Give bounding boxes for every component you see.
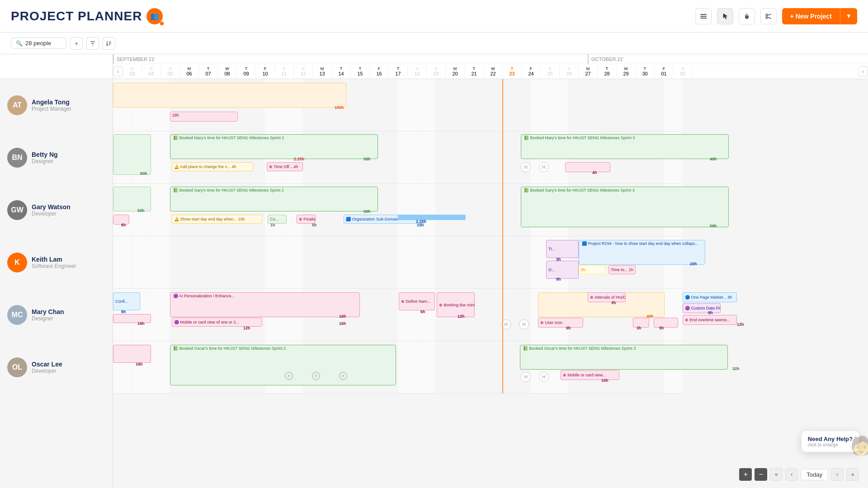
month-label-sep: SEPTEMBER 21' [113,54,155,64]
hours-badge: 9h [708,310,713,315]
help-widget[interactable]: Need Any Help? click to enlarge 🧑 [802,431,859,452]
hours-badge: 2.25h [416,219,426,224]
bar-oscar-sprint3[interactable]: 📗 Booked Oscar's time for HKUST SENG Mil… [520,345,728,370]
date-cell-19: S19 [427,66,446,77]
person-role: Project Manager [32,106,71,112]
today-button[interactable]: Today [801,469,828,480]
task-bar[interactable]: ⊕ User Icon [538,318,583,328]
person-row-angela-tong[interactable]: ATAngela TongProject Manager [0,79,113,131]
task-bar[interactable] [565,162,610,172]
cursor-tool-button[interactable] [717,8,733,24]
svg-rect-2 [700,18,707,19]
hand-tool-button[interactable] [739,8,755,24]
person-row-gary-watson[interactable]: GWGary WatsonDeveloper [0,184,113,236]
task-bar[interactable]: ⊕ Mobile or card view... [561,370,619,380]
task-bar[interactable]: ⊕ Define Nam... [399,292,435,310]
task-bar[interactable]: 5h [579,265,606,274]
filter-button[interactable] [86,37,99,50]
bar-angela-bg[interactable] [113,83,346,108]
task-bar[interactable]: 🔵 One Page Market... 3h [683,292,737,302]
date-prev-button[interactable]: ‹ [113,66,123,76]
back-button[interactable]: ‹ [785,468,798,481]
task-bar[interactable]: Time to... 1h [609,265,636,274]
hold-circle: H [539,162,549,172]
task-bar[interactable]: Ti... [546,240,579,258]
date-cell-17: T17 [389,66,408,77]
person-name: Keith Lam [32,256,76,263]
hours-badge: 58h [363,157,371,161]
task-bar[interactable]: Co... [268,215,287,224]
hours-badge: 58h [710,224,717,228]
date-cell-10: F10 [256,66,275,77]
hours-badge: 6h [121,223,126,227]
scissors-tool-button[interactable] [760,8,777,24]
person-row-mary-chan[interactable]: MCMary ChanDesigner [0,289,113,341]
svg-line-6 [768,17,771,19]
date-cell-27: M27 [579,66,598,77]
person-row-betty-ng[interactable]: BNBetty NgDesigner [0,131,113,184]
person-name: Angela Tong [32,99,71,106]
skip-back-button[interactable]: « [770,468,783,481]
logo-text: PROJECT PLANNER [11,9,142,23]
task-bar[interactable]: ⊕ Time Off... 4h [267,162,303,171]
date-cell-08: W08 [218,66,237,77]
task-bar[interactable]: 🟣 Mobile or card view of one or 2... [172,318,262,327]
new-project-dropdown-button[interactable]: ▼ [840,8,857,24]
forward-button[interactable]: › [831,468,844,481]
task-bar[interactable]: 🔔 Show start day end day when... 10h [172,215,262,224]
task-bar[interactable]: 🔔 Add place to change the n... 4h [172,162,253,171]
date-cell-29: W29 [617,66,636,77]
hours-badge: 48h [710,157,717,161]
hold-circle-mary2: H [519,319,529,329]
task-bar[interactable] [654,318,678,328]
bar-gary-left[interactable] [113,187,151,211]
person-row-keith-lam[interactable]: KKeith LamSoftware Engineer [0,236,113,289]
gantt-row-angela: 180h28h [113,79,683,131]
search-input[interactable] [25,40,61,47]
date-cell-07: T07 [199,66,218,77]
hours-badge: 5h [556,277,561,282]
date-next-button[interactable]: › [858,66,868,76]
bar-angela-pink[interactable]: 28h [170,112,238,122]
task-bar[interactable] [113,314,151,323]
bar-gary-sprint2[interactable]: 📗 Booked Gary's time for HKUST SENG Mile… [170,187,378,211]
list-view-button[interactable] [695,8,712,24]
avatar-angela-tong: AT [7,95,27,115]
sort-button[interactable] [103,37,115,50]
task-bar[interactable]: ⊕ Finalise... 2h [297,215,316,224]
hold-oscar: H [521,372,531,382]
task-bar[interactable]: ⊕ Intervals of Hrs/Day set in Admin [588,292,626,302]
hours-badge: 4h [592,170,597,175]
bar-keith-big[interactable]: 🟦 Project ROW - how to show start day en… [579,240,705,265]
help-character: 🧑 [850,435,868,456]
search-box[interactable]: 🔍 [11,38,66,49]
bar-betty-left[interactable] [113,134,151,175]
bar-gary-sprint3[interactable]: 📗 Booked Gary's time for HKUST SENG Mile… [521,187,729,227]
skip-forward-button[interactable]: » [846,468,859,481]
person-row-oscar-lee[interactable]: OLOscar LeeDeveloper [0,341,113,394]
new-project-button[interactable]: + New Project [782,8,840,24]
hours-badge: 80h [140,171,147,176]
date-cell-20: M20 [446,66,465,77]
bar-betty-right[interactable]: 📗 Booked Mary's time for HKUST SENG Mile… [521,134,729,159]
bottom-bar: + − « ‹ Today › » [739,468,859,481]
bar-gary-blue[interactable] [398,215,466,220]
date-cell-24: F24 [522,66,541,77]
task-bar[interactable]: 🟣 Custom Date Picker [683,303,721,313]
task-bar[interactable]: ⊕ End overtime seems... [683,315,737,325]
task-bar[interactable]: ⊕ Booking Bar minimu... [437,292,475,317]
task-bar[interactable]: Confi... [113,292,140,310]
hours-badge: 180h [335,105,344,110]
bar-oscar-sprint2[interactable]: 📗 Booked Oscar's time for HKUST SENG Mil… [170,345,396,385]
app-header: PROJECT PLANNER 👥 [0,0,868,33]
hours-badge: 1h [270,223,275,227]
zoom-out-button[interactable]: − [755,468,767,481]
bar-mary-pink[interactable]: 🟣 AI Personalization / Enhance... [170,292,360,317]
task-bar[interactable] [113,345,151,363]
task-bar[interactable]: O... [546,261,579,279]
bar-betty-middle[interactable]: 📗 Booked Mary's time for HKUST SENG Mile… [170,134,378,159]
hours-badge: 16h [136,362,143,366]
avatar-keith-lam: K [7,253,27,272]
zoom-in-button[interactable]: + [739,468,752,481]
add-person-button[interactable]: + [70,37,83,50]
